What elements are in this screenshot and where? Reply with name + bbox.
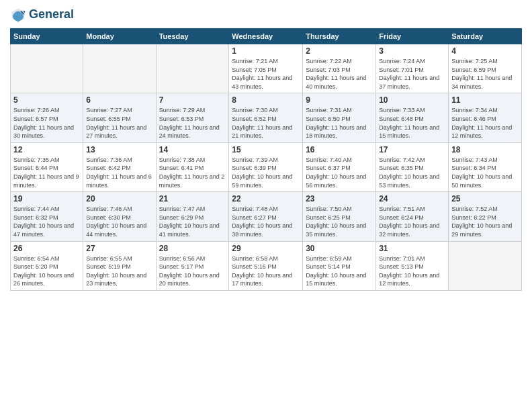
day-info: Sunrise: 7:22 AM Sunset: 7:03 PM Dayligh… — [306, 57, 373, 91]
day-number: 5 — [13, 95, 80, 105]
day-number: 23 — [306, 194, 373, 203]
day-info: Sunrise: 7:24 AM Sunset: 7:01 PM Dayligh… — [379, 57, 445, 91]
day-info: Sunrise: 6:58 AM Sunset: 5:16 PM Dayligh… — [232, 255, 300, 288]
calendar-cell: 4Sunrise: 7:25 AM Sunset: 6:59 PM Daylig… — [449, 44, 522, 93]
day-number: 10 — [379, 95, 445, 105]
day-info: Sunrise: 7:25 AM Sunset: 6:59 PM Dayligh… — [451, 57, 519, 91]
calendar-cell: 21Sunrise: 7:47 AM Sunset: 6:29 PM Dayli… — [156, 192, 229, 241]
page-container: General SundayMondayTuesdayWednesdayThur… — [0, 0, 532, 298]
calendar-cell: 17Sunrise: 7:42 AM Sunset: 6:35 PM Dayli… — [376, 142, 449, 191]
day-number: 8 — [232, 95, 300, 105]
calendar-cell: 26Sunrise: 6:54 AM Sunset: 5:20 PM Dayli… — [11, 241, 83, 290]
calendar-cell: 20Sunrise: 7:46 AM Sunset: 6:30 PM Dayli… — [83, 192, 156, 241]
day-number: 17 — [379, 145, 445, 154]
day-info: Sunrise: 7:40 AM Sunset: 6:37 PM Dayligh… — [306, 156, 373, 189]
logo: General — [10, 7, 74, 23]
calendar-cell: 3Sunrise: 7:24 AM Sunset: 7:01 PM Daylig… — [376, 44, 449, 93]
calendar-cell: 24Sunrise: 7:51 AM Sunset: 6:24 PM Dayli… — [376, 192, 449, 241]
day-info: Sunrise: 7:51 AM Sunset: 6:24 PM Dayligh… — [379, 205, 445, 238]
day-info: Sunrise: 7:46 AM Sunset: 6:30 PM Dayligh… — [86, 205, 152, 238]
day-number: 30 — [306, 244, 373, 253]
weekday-header-monday: Monday — [83, 29, 156, 44]
calendar-cell: 8Sunrise: 7:30 AM Sunset: 6:52 PM Daylig… — [229, 93, 303, 142]
day-info: Sunrise: 7:43 AM Sunset: 6:34 PM Dayligh… — [451, 156, 519, 189]
calendar-cell: 25Sunrise: 7:52 AM Sunset: 6:22 PM Dayli… — [449, 192, 522, 241]
day-number: 25 — [451, 194, 519, 203]
calendar-cell: 1Sunrise: 7:21 AM Sunset: 7:05 PM Daylig… — [229, 44, 303, 93]
calendar-cell: 6Sunrise: 7:27 AM Sunset: 6:55 PM Daylig… — [83, 93, 156, 142]
calendar-cell: 14Sunrise: 7:38 AM Sunset: 6:41 PM Dayli… — [156, 142, 229, 191]
day-number: 1 — [232, 46, 300, 56]
calendar-cell: 23Sunrise: 7:50 AM Sunset: 6:25 PM Dayli… — [303, 192, 376, 241]
day-number: 11 — [451, 95, 519, 105]
calendar-cell: 2Sunrise: 7:22 AM Sunset: 7:03 PM Daylig… — [303, 44, 376, 93]
weekday-header-saturday: Saturday — [449, 29, 522, 44]
day-number: 22 — [232, 194, 300, 203]
calendar-cell: 12Sunrise: 7:35 AM Sunset: 6:44 PM Dayli… — [11, 142, 83, 191]
weekday-header-tuesday: Tuesday — [156, 29, 229, 44]
day-number: 12 — [13, 145, 80, 154]
day-number: 27 — [86, 244, 152, 253]
day-info: Sunrise: 7:47 AM Sunset: 6:29 PM Dayligh… — [159, 205, 226, 238]
day-number: 26 — [13, 244, 80, 253]
logo-icon — [10, 7, 26, 23]
calendar-cell: 7Sunrise: 7:29 AM Sunset: 6:53 PM Daylig… — [156, 93, 229, 142]
day-info: Sunrise: 7:48 AM Sunset: 6:27 PM Dayligh… — [232, 205, 300, 238]
day-number: 16 — [306, 145, 373, 154]
day-info: Sunrise: 7:38 AM Sunset: 6:41 PM Dayligh… — [159, 156, 226, 189]
day-number: 14 — [159, 145, 226, 154]
day-number: 3 — [379, 46, 445, 56]
day-number: 28 — [159, 244, 226, 253]
day-number: 4 — [451, 46, 519, 56]
weekday-header-wednesday: Wednesday — [229, 29, 303, 44]
day-info: Sunrise: 7:50 AM Sunset: 6:25 PM Dayligh… — [306, 205, 373, 238]
weekday-header-friday: Friday — [376, 29, 449, 44]
day-info: Sunrise: 7:29 AM Sunset: 6:53 PM Dayligh… — [159, 106, 226, 140]
day-info: Sunrise: 7:27 AM Sunset: 6:55 PM Dayligh… — [86, 106, 152, 140]
day-info: Sunrise: 7:01 AM Sunset: 5:13 PM Dayligh… — [379, 255, 445, 288]
day-info: Sunrise: 6:54 AM Sunset: 5:20 PM Dayligh… — [13, 255, 80, 288]
day-info: Sunrise: 7:44 AM Sunset: 6:32 PM Dayligh… — [13, 205, 80, 238]
calendar-cell: 11Sunrise: 7:34 AM Sunset: 6:46 PM Dayli… — [449, 93, 522, 142]
calendar-cell: 13Sunrise: 7:36 AM Sunset: 6:42 PM Dayli… — [83, 142, 156, 191]
day-number: 9 — [306, 95, 373, 105]
day-number: 21 — [159, 194, 226, 203]
calendar-week-row: 12Sunrise: 7:35 AM Sunset: 6:44 PM Dayli… — [11, 142, 522, 191]
calendar-cell: 28Sunrise: 6:56 AM Sunset: 5:17 PM Dayli… — [156, 241, 229, 290]
day-info: Sunrise: 6:56 AM Sunset: 5:17 PM Dayligh… — [159, 255, 226, 288]
calendar-week-row: 26Sunrise: 6:54 AM Sunset: 5:20 PM Dayli… — [11, 241, 522, 290]
calendar-cell — [156, 44, 229, 93]
day-info: Sunrise: 7:33 AM Sunset: 6:48 PM Dayligh… — [379, 106, 445, 140]
calendar-cell: 10Sunrise: 7:33 AM Sunset: 6:48 PM Dayli… — [376, 93, 449, 142]
weekday-header-sunday: Sunday — [11, 29, 83, 44]
calendar-cell: 30Sunrise: 6:59 AM Sunset: 5:14 PM Dayli… — [303, 241, 376, 290]
calendar-cell: 5Sunrise: 7:26 AM Sunset: 6:57 PM Daylig… — [11, 93, 83, 142]
day-number: 19 — [13, 194, 80, 203]
day-number: 15 — [232, 145, 300, 154]
day-number: 31 — [379, 244, 445, 253]
day-number: 2 — [306, 46, 373, 56]
calendar-cell: 18Sunrise: 7:43 AM Sunset: 6:34 PM Dayli… — [449, 142, 522, 191]
calendar-week-row: 5Sunrise: 7:26 AM Sunset: 6:57 PM Daylig… — [11, 93, 522, 142]
day-info: Sunrise: 7:35 AM Sunset: 6:44 PM Dayligh… — [13, 156, 80, 189]
day-info: Sunrise: 7:21 AM Sunset: 7:05 PM Dayligh… — [232, 57, 300, 91]
calendar-table: SundayMondayTuesdayWednesdayThursdayFrid… — [10, 28, 522, 291]
calendar-cell: 29Sunrise: 6:58 AM Sunset: 5:16 PM Dayli… — [229, 241, 303, 290]
day-info: Sunrise: 6:59 AM Sunset: 5:14 PM Dayligh… — [306, 255, 373, 288]
day-info: Sunrise: 6:55 AM Sunset: 5:19 PM Dayligh… — [86, 255, 152, 288]
day-info: Sunrise: 7:34 AM Sunset: 6:46 PM Dayligh… — [451, 106, 519, 140]
day-number: 13 — [86, 145, 152, 154]
calendar-cell: 15Sunrise: 7:39 AM Sunset: 6:39 PM Dayli… — [229, 142, 303, 191]
calendar-cell: 22Sunrise: 7:48 AM Sunset: 6:27 PM Dayli… — [229, 192, 303, 241]
calendar-cell: 27Sunrise: 6:55 AM Sunset: 5:19 PM Dayli… — [83, 241, 156, 290]
day-number: 18 — [451, 145, 519, 154]
header: General — [10, 7, 522, 23]
calendar-cell: 31Sunrise: 7:01 AM Sunset: 5:13 PM Dayli… — [376, 241, 449, 290]
calendar-cell — [11, 44, 83, 93]
day-number: 29 — [232, 244, 300, 253]
day-info: Sunrise: 7:31 AM Sunset: 6:50 PM Dayligh… — [306, 106, 373, 140]
weekday-header-row: SundayMondayTuesdayWednesdayThursdayFrid… — [11, 29, 522, 44]
day-number: 20 — [86, 194, 152, 203]
calendar-cell: 16Sunrise: 7:40 AM Sunset: 6:37 PM Dayli… — [303, 142, 376, 191]
calendar-cell — [449, 241, 522, 290]
